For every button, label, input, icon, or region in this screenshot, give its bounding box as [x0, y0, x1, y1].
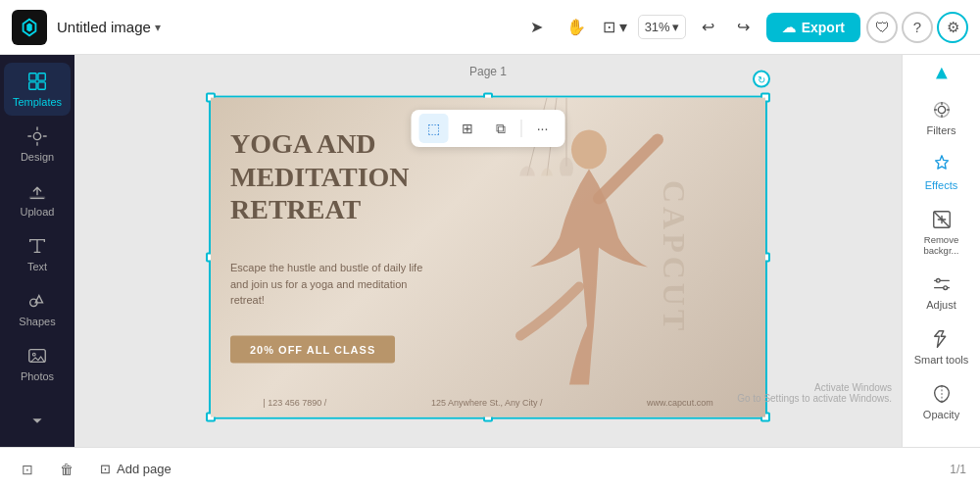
select-tool-btn[interactable]: ➤	[520, 11, 554, 44]
undo-redo-group: ↩ ↪	[692, 11, 760, 44]
right-item-filters[interactable]: Filters	[906, 91, 977, 144]
windows-activate-notice: Activate Windows Go to Settings to activ…	[737, 382, 892, 404]
right-label-filters: Filters	[927, 124, 956, 136]
right-sidebar: ▼ Filters Effects Remove backgr...	[902, 55, 980, 447]
chevron-down-icon	[26, 410, 48, 431]
smart-tools-icon	[931, 328, 953, 350]
canvas-toolbar: ⬚ ⊞ ⧉ ···	[412, 110, 565, 147]
sidebar-label-photos: Photos	[21, 370, 54, 382]
bottom-bar: ⊡ 🗑 ⊡ Add page 1/1	[0, 447, 980, 490]
right-label-opacity: Opacity	[923, 409, 959, 420]
adjust-icon	[931, 273, 953, 295]
help-btn[interactable]: ?	[902, 12, 933, 43]
sidebar-item-more[interactable]	[4, 402, 71, 439]
hand-tool-btn[interactable]: ✋	[560, 11, 593, 44]
right-item-adjust[interactable]: Adjust	[906, 266, 977, 318]
topbar-tools: ➤ ✋ ⊡ ▾ 31% ▾ ↩ ↪ ☁ Export 🛡 ? ⚙	[520, 11, 968, 44]
sidebar-collapse[interactable]	[4, 402, 71, 439]
sidebar-item-text[interactable]: Text	[4, 227, 71, 280]
upload-icon	[26, 180, 48, 202]
export-button[interactable]: ☁ Export	[766, 13, 860, 42]
settings-btn[interactable]: ⚙	[937, 12, 968, 43]
activate-line1: Activate Windows	[737, 382, 892, 393]
activate-line2: Go to Settings to activate Windows.	[737, 393, 892, 404]
photos-icon	[26, 345, 48, 367]
title-chevron: ▾	[155, 21, 161, 34]
text-icon	[26, 235, 48, 257]
canvas-area: Page 1 ⬚ ⊞ ⧉ ··· ↻	[74, 55, 902, 447]
svg-point-14	[541, 169, 553, 176]
sidebar-label-text: Text	[27, 261, 47, 272]
svg-point-13	[519, 167, 535, 176]
export-label: Export	[802, 20, 845, 35]
more-btn[interactable]: ···	[528, 114, 558, 143]
yoga-title: YOGA AND MEDITATION RETREAT	[230, 127, 410, 226]
page-counter: 1/1	[950, 463, 966, 476]
shapes-icon	[26, 290, 48, 312]
toolbar-divider	[521, 120, 522, 137]
add-page-icon: ⊡	[100, 462, 111, 476]
sidebar-item-shapes[interactable]: Shapes	[4, 282, 71, 335]
copy-btn[interactable]: ⧉	[486, 114, 515, 143]
shield-btn[interactable]: 🛡	[866, 12, 898, 43]
svg-point-8	[32, 353, 35, 356]
left-sidebar: Templates Design Upload Text	[0, 55, 74, 447]
frame-tool-btn[interactable]: ⊡ ▾	[599, 11, 632, 44]
select-rect-btn[interactable]: ⬚	[419, 114, 449, 143]
page-label: Page 1	[469, 65, 507, 78]
sidebar-item-photos[interactable]: Photos	[4, 337, 71, 390]
document-title: Untitled image	[57, 19, 151, 35]
svg-rect-2	[29, 82, 36, 89]
svg-rect-3	[38, 82, 45, 89]
add-page-button[interactable]: ⊡ Add page	[92, 458, 179, 480]
right-item-smart-tools[interactable]: Smart tools	[906, 320, 977, 373]
right-label-effects: Effects	[925, 179, 957, 191]
chevron-down-right-icon	[931, 438, 953, 447]
design-icon	[26, 125, 48, 147]
right-sidebar-arrow: ▼	[932, 63, 952, 85]
svg-rect-0	[29, 74, 36, 80]
right-item-remove-bg[interactable]: Remove backgr...	[906, 201, 977, 264]
sidebar-item-design[interactable]: Design	[4, 118, 71, 171]
filters-icon	[931, 99, 953, 121]
right-item-opacity[interactable]: Opacity	[906, 375, 977, 428]
topbar-icon-buttons: 🛡 ? ⚙	[866, 12, 968, 43]
delete-btn[interactable]: 🗑	[53, 456, 80, 483]
sidebar-label-design: Design	[21, 151, 54, 163]
remove-bg-icon	[931, 209, 953, 230]
export-upload-icon: ☁	[782, 20, 796, 35]
svg-point-20	[936, 279, 940, 283]
sidebar-label-shapes: Shapes	[19, 316, 55, 327]
svg-point-4	[33, 132, 40, 139]
yoga-description: Escape the hustle and bustle of daily li…	[230, 260, 426, 309]
zoom-value: 31%	[645, 20, 670, 34]
redo-btn[interactable]: ↪	[727, 11, 760, 44]
footer-phone: | 123 456 7890 /	[263, 398, 326, 408]
page-settings-btn[interactable]: ⊡	[14, 456, 41, 483]
topbar: Untitled image ▾ ➤ ✋ ⊡ ▾ 31% ▾ ↩ ↪ ☁ Exp…	[0, 0, 980, 55]
zoom-control[interactable]: 31% ▾	[638, 15, 686, 39]
undo-btn[interactable]: ↩	[692, 11, 725, 44]
title-area[interactable]: Untitled image ▾	[57, 19, 161, 35]
sidebar-item-templates[interactable]: Templates	[4, 63, 71, 116]
opacity-icon	[931, 383, 953, 405]
right-label-remove-bg: Remove backgr...	[910, 234, 973, 256]
svg-point-15	[560, 158, 573, 176]
svg-rect-1	[38, 74, 45, 80]
sidebar-item-upload[interactable]: Upload	[4, 172, 71, 225]
rotate-handle[interactable]: ↻	[753, 71, 770, 88]
yoga-cta: 20% OFF ALL CLASS	[230, 336, 395, 364]
sidebar-label-upload: Upload	[21, 206, 55, 218]
templates-icon	[26, 71, 48, 92]
right-item-effects[interactable]: Effects	[906, 146, 977, 199]
app-logo	[12, 10, 47, 45]
sidebar-label-templates: Templates	[13, 96, 62, 108]
zoom-chevron: ▾	[672, 20, 679, 34]
right-label-smart-tools: Smart tools	[914, 354, 969, 366]
svg-line-19	[933, 212, 950, 228]
right-label-adjust: Adjust	[926, 299, 956, 311]
grid-btn[interactable]: ⊞	[453, 114, 482, 143]
right-item-more[interactable]	[906, 430, 977, 447]
effects-icon	[931, 154, 953, 175]
svg-point-21	[943, 286, 947, 290]
